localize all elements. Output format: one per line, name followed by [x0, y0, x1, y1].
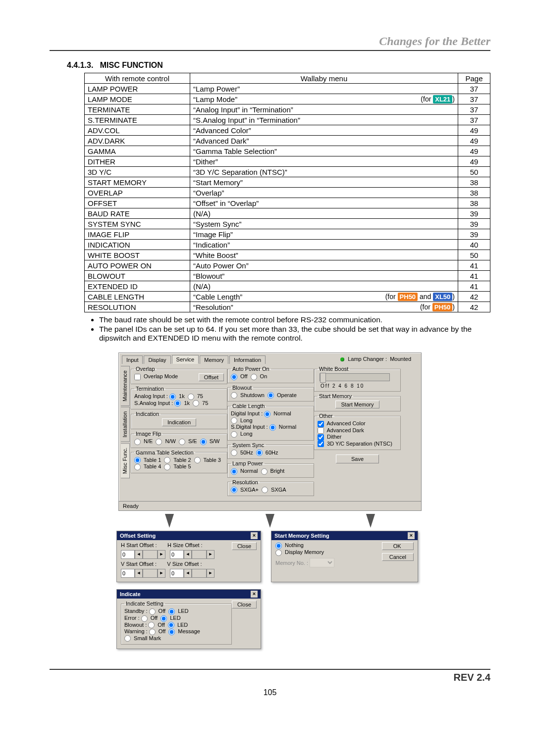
cell-menu: “Analog Input” in “Termination” — [190, 104, 458, 115]
checkbox-overlap-mode[interactable]: Overlap Mode — [134, 373, 178, 380]
radio-option[interactable]: SXGA+ — [231, 487, 259, 494]
vtab-maintenance[interactable]: Maintenance — [121, 366, 130, 406]
legend-indicate: Indicate Setting — [124, 601, 165, 606]
checkbox-option[interactable]: Advanced Dark — [318, 427, 394, 434]
checkbox-option[interactable]: Advanced Color — [318, 420, 394, 427]
radio-option[interactable]: Long — [231, 417, 253, 424]
radio-option[interactable]: Shutdown — [231, 392, 265, 399]
radio-option[interactable]: Operate — [268, 392, 297, 399]
h-start-spinner[interactable]: ◄► — [121, 550, 165, 559]
th-remote: With remote control — [85, 73, 190, 84]
radio-option[interactable]: Table 1 — [134, 457, 161, 464]
tab-input[interactable]: Input — [122, 355, 143, 364]
radio-option[interactable]: 60Hz — [256, 450, 278, 456]
legend-start-memory: Start Memory — [318, 393, 353, 399]
cell-remote: BAUD RATE — [85, 208, 190, 219]
cell-remote: ADV.COL — [85, 125, 190, 136]
radio-option[interactable]: Message — [168, 628, 200, 635]
group-lamp-power: Lamp Power Normal Bright — [227, 460, 314, 478]
radio-option[interactable]: Table 5 — [164, 463, 191, 470]
checkbox-option[interactable]: 3D Y/C Separation (NTSC) — [318, 441, 394, 448]
radio-option[interactable]: Table 4 — [134, 463, 161, 470]
row-label: Blowout : — [124, 622, 147, 628]
radio-option[interactable]: Off — [148, 622, 165, 629]
legend-overlap: Overlap — [134, 366, 157, 372]
radio-option[interactable]: Bright — [261, 468, 285, 475]
radio-option[interactable]: Off — [231, 373, 248, 380]
table-row: WHITE BOOST“White Boost”50 — [85, 250, 490, 260]
table-row: LAMP MODE“Lamp Mode”(for XL21)37 — [85, 94, 490, 104]
section-title: MISC FUNCTION — [100, 61, 163, 69]
cell-remote: GAMMA — [85, 146, 190, 156]
table-row: IMAGE FLIP“Image Flip”39 — [85, 229, 490, 240]
radio-option[interactable]: Off — [149, 608, 166, 615]
tab-service[interactable]: Service — [172, 355, 199, 364]
table-row: LAMP POWER“Lamp Power”37 — [85, 84, 490, 94]
start-memory-button[interactable]: Start Memory — [335, 401, 379, 408]
radio-option[interactable]: 1k — [169, 393, 185, 400]
tab-memory[interactable]: Memory — [200, 355, 228, 364]
radio-option[interactable]: 50Hz — [231, 450, 253, 456]
table-row: ADV.DARK“Advanced Dark”49 — [85, 136, 490, 146]
radio-option[interactable]: N/W — [156, 438, 175, 445]
offset-close-button[interactable]: Close — [232, 542, 257, 550]
row-label: S.Analog Input : — [134, 400, 173, 406]
cell-remote: BLOWOUT — [85, 271, 190, 281]
v-start-spinner[interactable]: ◄► — [121, 569, 165, 578]
radio-option[interactable]: Table 2 — [164, 457, 191, 464]
radio-option[interactable]: Small Mark — [124, 635, 161, 642]
close-icon[interactable]: × — [251, 532, 258, 539]
radio-option[interactable]: Normal — [264, 410, 291, 417]
tab-information[interactable]: Information — [229, 355, 266, 364]
vtab-misc-func-[interactable]: Misc Func. — [121, 443, 130, 478]
tab-display[interactable]: Display — [144, 355, 170, 364]
model-chip: XL21 — [433, 95, 452, 103]
model-chip: PH50 — [432, 303, 453, 311]
v-size-spinner[interactable]: ◄► — [170, 569, 214, 578]
offset-button[interactable]: Offset — [199, 373, 224, 381]
radio-option[interactable]: Off — [149, 628, 166, 635]
cancel-button[interactable]: Cancel — [382, 553, 414, 561]
group-gamma: Gamma Table Selection Table 1 Table 2 Ta… — [131, 450, 227, 473]
label-v-size: V Size Offset : — [167, 561, 202, 567]
page-number: 105 — [50, 688, 490, 697]
group-start-memory: Start Memory Start Memory — [314, 393, 401, 411]
radio-option[interactable]: 75 — [193, 400, 208, 407]
radio-option[interactable]: LED — [160, 615, 180, 622]
radio-option[interactable]: S/E — [179, 438, 197, 445]
radio-option[interactable]: Long — [231, 431, 253, 438]
h-size-spinner[interactable]: ◄► — [170, 550, 214, 559]
radio-option[interactable]: 1k — [174, 400, 190, 407]
radio-option[interactable]: Off — [141, 615, 158, 622]
radio-option[interactable]: 75 — [188, 393, 203, 400]
radio-option[interactable]: Normal — [231, 468, 258, 475]
close-icon[interactable]: × — [251, 591, 258, 598]
indication-button[interactable]: Indication — [162, 418, 196, 426]
cell-remote: AUTO POWER ON — [85, 260, 190, 271]
radio-option[interactable]: S/W — [200, 438, 220, 445]
footer-rev: REV 2.4 — [50, 672, 490, 683]
group-other: Other Advanced Color Advanced Dark Dithe… — [314, 413, 401, 450]
radio-option[interactable]: SXGA — [262, 487, 286, 494]
radio-option[interactable]: Table 3 — [194, 457, 221, 464]
radio-option[interactable]: Normal — [269, 424, 297, 431]
vtab-installation[interactable]: Installation — [121, 407, 130, 442]
group-indication: Indication Indication — [131, 411, 227, 429]
white-boost-slider[interactable] — [320, 373, 390, 381]
indicate-close-button[interactable]: Close — [232, 601, 257, 608]
radio-option[interactable]: LED — [168, 608, 188, 615]
section-heading: 4.4.1.3. MISC FUNCTION — [67, 61, 490, 70]
cell-page: 41 — [458, 281, 490, 292]
cell-menu: “Auto Power On” — [190, 260, 458, 271]
ok-button[interactable]: OK — [382, 542, 414, 550]
close-icon[interactable]: × — [408, 532, 415, 539]
checkbox-option[interactable]: Dither — [318, 434, 394, 441]
cell-page: 42 — [458, 302, 490, 312]
offset-dialog-title: Offset Setting × — [117, 531, 261, 540]
radio-option[interactable]: N/E — [134, 438, 153, 445]
save-button[interactable]: Save — [336, 454, 379, 463]
memory-no-select — [310, 558, 334, 567]
label-memory-no: Memory No. : — [275, 560, 308, 566]
radio-option[interactable]: On — [251, 373, 268, 380]
radio-option[interactable]: LED — [168, 622, 188, 629]
